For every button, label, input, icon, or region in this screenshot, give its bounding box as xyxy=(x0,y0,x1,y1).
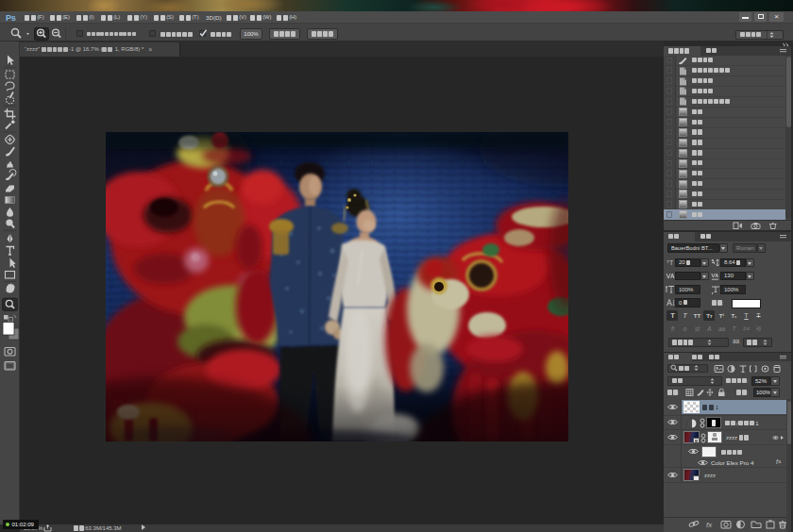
svg-text:fx: fx xyxy=(706,521,713,529)
